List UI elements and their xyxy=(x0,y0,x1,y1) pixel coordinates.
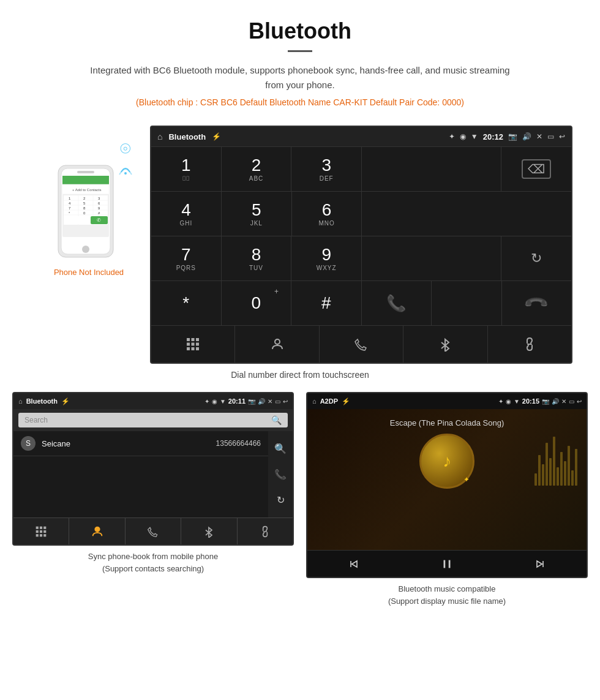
dial-key-9[interactable]: 9 WXYZ xyxy=(291,236,362,280)
contact-row[interactable]: S Seicane 13566664466 xyxy=(13,431,268,456)
music-loc-icon: ◉ xyxy=(506,398,511,405)
dialpad-row-2: 4 GHI 5 JKL 6 MNO xyxy=(151,191,571,236)
eq-bar-2 xyxy=(538,455,541,486)
bluetooth-icon xyxy=(438,337,452,352)
eq-bar-12 xyxy=(575,449,577,486)
pb-btn-contacts[interactable] xyxy=(69,518,125,544)
svg-rect-43 xyxy=(36,526,39,529)
status-time: 20:12 xyxy=(483,132,503,141)
music-caption-line2: (Support display music file name) xyxy=(388,597,506,606)
eq-bar-5 xyxy=(549,458,552,486)
pb-main: S Seicane 13566664466 xyxy=(13,431,268,517)
dial-key-4[interactable]: 4 GHI xyxy=(151,192,222,236)
bottom-dialpad-btn[interactable] xyxy=(151,326,235,363)
song-title: Escape (The Pina Colada Song) xyxy=(390,418,504,427)
back-icon: ↩ xyxy=(559,132,565,141)
dial-key-3[interactable]: 3 DEF xyxy=(291,147,362,191)
dial-key-hash[interactable]: # xyxy=(291,281,362,325)
person-icon xyxy=(270,337,285,352)
pb-call-side-icon[interactable]: 📞 xyxy=(274,469,287,480)
pb-reload-side-icon[interactable]: ↻ xyxy=(277,494,285,506)
link-icon xyxy=(522,337,537,352)
pb-bottom-bar xyxy=(13,517,293,544)
phone-mock: ⦾ + Add to xyxy=(55,162,122,263)
pb-btn-bt[interactable] xyxy=(181,518,237,544)
bottom-link-btn[interactable] xyxy=(488,326,571,363)
pb-search-field[interactable]: Search 🔍 xyxy=(18,413,288,427)
pb-search-placeholder: Search xyxy=(24,416,48,424)
music-caption: Bluetooth music compatible (Support disp… xyxy=(388,583,506,607)
bottom-bluetooth-btn[interactable] xyxy=(403,326,487,363)
pb-title: Bluetooth xyxy=(26,397,58,405)
backspace-icon: ⌫ xyxy=(522,159,551,179)
eq-bar-10 xyxy=(568,446,570,486)
pb-btn-grid[interactable] xyxy=(13,518,69,544)
dial-empty-1 xyxy=(362,147,501,191)
svg-rect-39 xyxy=(187,347,190,350)
dial-key-star[interactable]: * xyxy=(151,281,222,325)
pb-layout: S Seicane 13566664466 🔍 📞 ↻ xyxy=(13,431,293,517)
music-next-btn[interactable] xyxy=(493,551,587,577)
dial-backspace[interactable]: ⌫ xyxy=(501,147,571,191)
phonebook-caption-line1: Sync phone-book from mobile phone xyxy=(88,552,218,561)
music-vol-icon: 🔊 xyxy=(552,398,559,405)
dial-key-2[interactable]: 2 ABC xyxy=(222,147,292,191)
svg-rect-32 xyxy=(77,171,94,173)
dial-key-7[interactable]: 7 PQRS xyxy=(151,236,222,280)
pb-search-side-icon[interactable]: 🔍 xyxy=(274,443,287,454)
svg-rect-41 xyxy=(196,347,199,350)
pb-cam-icon: 📷 xyxy=(248,398,255,405)
pb-x-icon: ✕ xyxy=(268,398,272,405)
page-header: Bluetooth Integrated with BC6 Bluetooth … xyxy=(0,0,600,126)
dial-key-6[interactable]: 6 MNO xyxy=(292,192,362,236)
svg-text:+ Add to Contacts: + Add to Contacts xyxy=(72,188,102,192)
dial-android-screen: ⌂ Bluetooth ⚡ ✦ ◉ ▼ 20:12 📷 🔊 ✕ ▭ ↩ 1 xyxy=(150,126,572,364)
eq-bars xyxy=(534,431,577,486)
signal-icon: ▼ xyxy=(471,132,478,141)
music-statusbar-left: ⌂ A2DP ⚡ xyxy=(312,397,350,405)
music-x-icon: ✕ xyxy=(561,398,566,405)
pb-sig-icon: ▼ xyxy=(220,398,226,405)
wifi-waves-icon xyxy=(116,159,135,177)
phone-icon xyxy=(354,337,369,352)
call-icon: 📞 xyxy=(386,294,406,313)
dial-section: ⦾ + Add to xyxy=(0,126,600,364)
music-home-icon: ⌂ xyxy=(312,397,317,405)
svg-rect-34 xyxy=(192,338,195,341)
dial-screen-label: Bluetooth xyxy=(168,132,206,141)
music-controls xyxy=(307,550,587,577)
music-play-btn[interactable] xyxy=(400,551,493,577)
pb-phone-icon xyxy=(147,525,159,538)
music-prev-btn[interactable] xyxy=(307,551,400,577)
end-call-icon: 📞 xyxy=(523,290,550,317)
pb-btn-link[interactable] xyxy=(238,518,293,544)
eq-bar-1 xyxy=(534,473,537,486)
camera-icon: 📷 xyxy=(508,132,517,141)
svg-rect-4 xyxy=(62,176,109,184)
music-block: ⌂ A2DP ⚡ ✦ ◉ ▼ 20:15 📷 🔊 ✕ ▭ ↩ xyxy=(306,392,588,607)
dial-end-button[interactable]: 📞 xyxy=(502,281,572,325)
skip-back-icon xyxy=(348,558,360,570)
pb-vol-icon: 🔊 xyxy=(258,398,265,405)
bluetooth-waves-icon: ⦾ xyxy=(116,141,135,177)
rect-icon: ▭ xyxy=(547,132,554,141)
reload-icon: ↻ xyxy=(531,250,542,266)
skip-forward-icon xyxy=(534,558,546,570)
page-description: Integrated with BC6 Bluetooth module, su… xyxy=(86,63,514,92)
dial-call-button[interactable]: 📞 xyxy=(362,281,432,325)
dial-key-8[interactable]: 8 TUV xyxy=(222,236,292,280)
dial-key-0[interactable]: 0 + xyxy=(222,281,292,325)
album-art: ♪ ✦ xyxy=(419,434,474,489)
bottom-contacts-btn[interactable] xyxy=(235,326,319,363)
bt-specs: (Bluetooth chip : CSR BC6 Default Blueto… xyxy=(12,97,588,107)
pb-bt-icon: ✦ xyxy=(204,398,209,405)
dial-reload[interactable]: ↻ xyxy=(501,236,571,280)
music-time: 20:15 xyxy=(522,397,539,405)
dial-key-1[interactable]: 1 ⌷⌷ xyxy=(151,147,222,191)
bottom-phone-btn[interactable] xyxy=(320,326,403,363)
pb-btn-phone[interactable] xyxy=(126,518,181,544)
eq-bar-11 xyxy=(571,470,574,486)
svg-point-31 xyxy=(82,246,89,253)
dial-key-5[interactable]: 5 JKL xyxy=(222,192,292,236)
contact-initial: S xyxy=(21,436,36,451)
